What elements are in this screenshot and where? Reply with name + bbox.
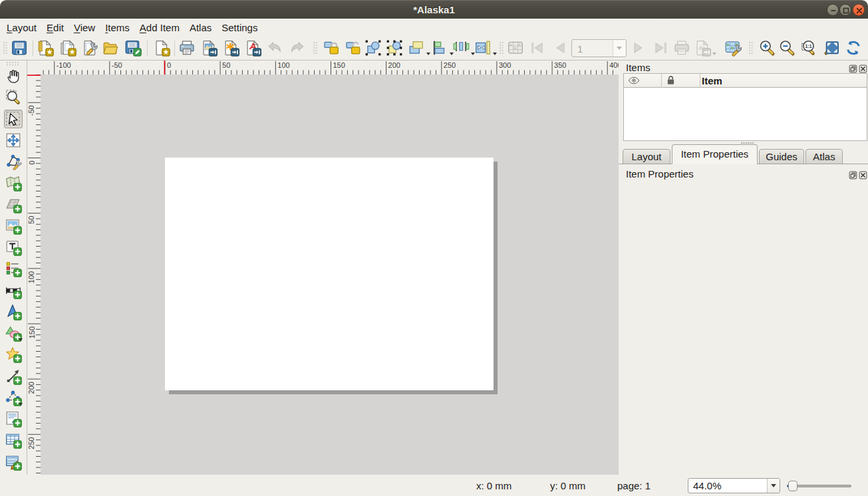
layout-canvas[interactable] xyxy=(41,74,619,475)
export-as-image-icon xyxy=(200,39,217,57)
redo-button[interactable] xyxy=(288,39,307,57)
add-scale-bar-tool-button[interactable] xyxy=(4,281,23,300)
svg-text:-50: -50 xyxy=(28,105,36,116)
print-layout-button[interactable] xyxy=(178,39,196,57)
menu-view[interactable]: View xyxy=(74,22,95,33)
add-shape-dropdown-arrow[interactable] xyxy=(19,338,23,341)
menu-layout[interactable]: Layout xyxy=(7,22,37,33)
zoom-tool-tool-button[interactable] xyxy=(4,88,23,106)
close-button[interactable] xyxy=(853,4,865,16)
items-list[interactable]: Item xyxy=(623,73,867,141)
raise-selected-items-button[interactable] xyxy=(407,39,431,57)
atlas-page-number-spinbox[interactable]: 1 xyxy=(571,39,627,57)
zoom-level-combobox[interactable]: 44.0% xyxy=(688,478,780,493)
zoom-out-button[interactable] xyxy=(778,39,796,57)
tab-item-properties[interactable]: Item Properties xyxy=(672,144,758,164)
atlas-toolbar-drag-handle[interactable] xyxy=(500,42,504,55)
atlas-settings-button[interactable] xyxy=(724,39,742,57)
minimize-button[interactable] xyxy=(827,4,839,16)
svg-text:50: 50 xyxy=(222,61,230,69)
export-as-pdf-button[interactable] xyxy=(243,39,262,57)
preview-atlas-button[interactable] xyxy=(506,39,525,57)
save-as-template-button[interactable] xyxy=(124,39,142,57)
add-html-frame-tool-button[interactable] xyxy=(4,410,23,428)
menu-atlas[interactable]: Atlas xyxy=(190,22,212,33)
maximize-button[interactable] xyxy=(839,4,851,16)
menu-items[interactable]: Items xyxy=(105,22,130,33)
next-feature-button[interactable] xyxy=(629,39,648,57)
layout-page[interactable] xyxy=(165,158,494,390)
duplicate-layout-button[interactable] xyxy=(59,39,77,57)
tab-atlas[interactable]: Atlas xyxy=(805,149,843,164)
items-panel-float-button[interactable] xyxy=(849,64,857,72)
last-feature-button[interactable] xyxy=(651,39,670,57)
zoom-slider-handle[interactable] xyxy=(788,481,797,491)
add-node-item-dropdown-arrow[interactable] xyxy=(19,403,23,406)
lock-selected-items-button[interactable] xyxy=(322,39,341,57)
ungroup-items-button[interactable] xyxy=(385,39,404,57)
export-as-svg-button[interactable] xyxy=(221,39,240,57)
pan-layout-tool-button[interactable] xyxy=(4,66,23,85)
atlas-page-number-dropdown-arrow[interactable] xyxy=(613,40,626,57)
distribute-selected-items-button[interactable] xyxy=(452,39,476,57)
resize-selected-items-button[interactable] xyxy=(474,39,498,57)
item-properties-float-button[interactable] xyxy=(849,170,857,179)
first-feature-button[interactable] xyxy=(528,39,547,57)
menu-add-item[interactable]: Add Item xyxy=(140,22,180,33)
layout-manager-button[interactable] xyxy=(80,39,99,57)
resize-selected-items-dropdown-arrow[interactable] xyxy=(493,53,497,55)
items-panel-titlebar: Items xyxy=(619,61,868,74)
toolbox-drag-handle[interactable] xyxy=(7,62,20,66)
previous-feature-button[interactable] xyxy=(551,39,569,57)
navigation-toolbar-drag-handle[interactable] xyxy=(749,42,754,55)
items-panel-close-button[interactable] xyxy=(859,64,867,72)
zoom-full-extent-button[interactable] xyxy=(822,39,841,57)
menubar: LayoutEditViewItemsAdd ItemAtlasSettings xyxy=(0,19,868,37)
add-north-arrow-tool-button[interactable] xyxy=(4,303,23,321)
items-toolbar-drag-handle[interactable] xyxy=(313,42,318,55)
edit-nodes-item-icon xyxy=(5,153,22,170)
add-attribute-table-tool-button[interactable] xyxy=(4,431,23,449)
zoom-in-button[interactable] xyxy=(758,39,776,57)
group-items-button[interactable] xyxy=(364,39,382,57)
add-pages-button[interactable] xyxy=(152,39,171,57)
refresh-view-button[interactable] xyxy=(844,39,863,57)
add-label-tool-button[interactable] xyxy=(4,238,23,257)
align-selected-items-button[interactable] xyxy=(430,39,454,57)
menu-edit[interactable]: Edit xyxy=(47,22,64,33)
horizontal-ruler-scale: -100-50050100150200250300350400 xyxy=(41,61,619,74)
undo-button[interactable] xyxy=(265,39,284,57)
export-atlas-dropdown-arrow[interactable] xyxy=(712,53,716,55)
export-as-image-button[interactable] xyxy=(200,39,218,57)
add-marker-tool-button[interactable] xyxy=(4,345,23,364)
add-picture-tool-button[interactable] xyxy=(4,217,23,235)
export-atlas-button[interactable] xyxy=(693,39,717,57)
move-item-content-tool-button[interactable] xyxy=(4,131,23,150)
edit-nodes-item-tool-button[interactable] xyxy=(4,152,23,171)
tab-guides[interactable]: Guides xyxy=(759,149,804,164)
select-move-item-tool-button[interactable] xyxy=(4,110,23,128)
add-arrow-tool-button[interactable] xyxy=(4,367,23,386)
zoom-actual-size-button[interactable] xyxy=(799,39,817,57)
add-items-from-template-button[interactable] xyxy=(101,39,120,57)
raise-selected-items-dropdown-arrow[interactable] xyxy=(426,53,430,55)
menu-settings[interactable]: Settings xyxy=(221,22,257,33)
new-layout-button[interactable] xyxy=(36,39,55,57)
save-project-button[interactable] xyxy=(10,39,29,57)
print-atlas-button[interactable] xyxy=(672,39,691,57)
add-node-item-tool-button[interactable] xyxy=(4,388,23,407)
tab-layout[interactable]: Layout xyxy=(623,149,670,164)
add-legend-tool-button[interactable] xyxy=(4,259,23,278)
toolbar-separator xyxy=(33,41,33,56)
layout-toolbar-drag-handle[interactable] xyxy=(3,42,8,55)
page-indicator-label: page: 1 xyxy=(617,480,651,491)
add-map-tool-button[interactable] xyxy=(4,174,23,192)
unlock-all-items-button[interactable] xyxy=(344,39,362,57)
print-layout-icon xyxy=(178,39,196,57)
zoom-combobox-dropdown-arrow[interactable] xyxy=(767,479,780,493)
add-shape-tool-button[interactable] xyxy=(4,324,23,342)
titlebar[interactable]: *Alaska1 xyxy=(0,0,868,19)
add-fixed-table-tool-button[interactable] xyxy=(4,453,23,471)
item-properties-close-button[interactable] xyxy=(859,170,867,179)
add-3d-map-tool-button[interactable] xyxy=(4,195,23,214)
